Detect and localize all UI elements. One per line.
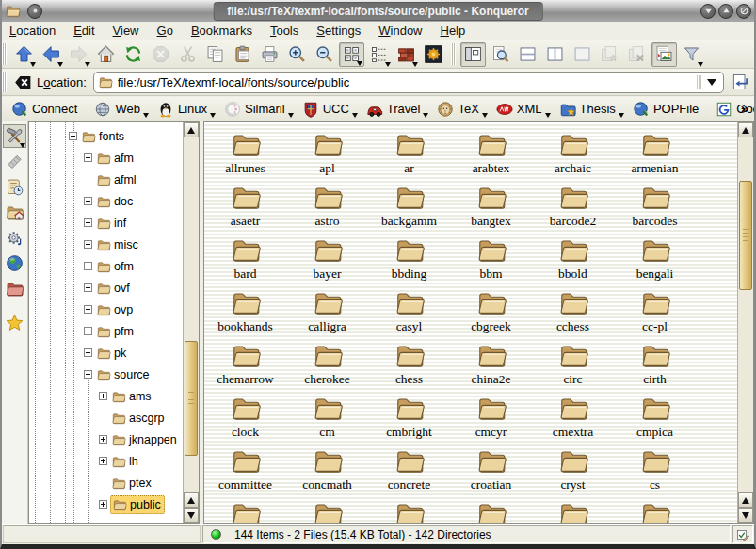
- expand-toggle[interactable]: [84, 218, 92, 227]
- folder-item-cirth[interactable]: cirth: [614, 339, 696, 392]
- folder-item-barcode2[interactable]: barcode2: [532, 181, 614, 234]
- folder-item-astro[interactable]: astro: [286, 181, 368, 234]
- main-scroll-up2-button[interactable]: [738, 492, 753, 508]
- folder-item-bangtex[interactable]: bangtex: [450, 181, 532, 234]
- folder-item-bbm[interactable]: bbm: [450, 234, 532, 286]
- tree-item-ovp[interactable]: ovp: [29, 299, 183, 320]
- bookmark-xml[interactable]: XML: [496, 101, 548, 118]
- folder-item-croatian[interactable]: croatian: [450, 444, 532, 497]
- folder-item-cs[interactable]: cs: [614, 444, 696, 497]
- location-dropdown-button[interactable]: [697, 75, 719, 89]
- folder-item-arabtex[interactable]: arabtex: [450, 128, 532, 181]
- history-button[interactable]: [3, 175, 26, 199]
- close-button[interactable]: [736, 4, 751, 19]
- folder-item-cc-pl[interactable]: cc-pl: [614, 286, 696, 339]
- expand-toggle[interactable]: [84, 305, 92, 314]
- tree-item-inf[interactable]: inf: [29, 212, 183, 234]
- tree-item-afm[interactable]: afm: [29, 147, 183, 169]
- bookmark-linux[interactable]: Linux: [157, 101, 213, 118]
- expand-toggle[interactable]: [84, 327, 92, 335]
- folder-item-bard[interactable]: bard: [204, 234, 286, 286]
- folder-item[interactable]: [614, 497, 696, 523]
- home-folder-button[interactable]: [3, 201, 26, 224]
- view-multicolumn-button[interactable]: [366, 42, 392, 67]
- expand-toggle[interactable]: [99, 392, 107, 400]
- folder-item-chess[interactable]: chess: [368, 339, 450, 392]
- tree-item-ams[interactable]: ams: [29, 385, 183, 407]
- folder-item-chemarrow[interactable]: chemarrow: [204, 339, 286, 392]
- tree-item-source[interactable]: source: [29, 363, 183, 385]
- bookmarks-star-button[interactable]: [3, 311, 26, 334]
- expand-toggle[interactable]: [99, 435, 107, 444]
- tree-item-ptex[interactable]: ptex: [29, 472, 183, 493]
- menu-window[interactable]: Window: [378, 24, 422, 38]
- folder-item-concmath[interactable]: concmath: [286, 444, 368, 497]
- bookmark-connect[interactable]: Connect: [11, 101, 83, 118]
- view-fsview-button[interactable]: [421, 42, 446, 67]
- split-left-right-button[interactable]: [542, 42, 568, 67]
- bookmark-thesis[interactable]: Thesis: [559, 101, 621, 118]
- view-bricks-button[interactable]: [394, 42, 419, 67]
- location-toolbar-grip[interactable]: [2, 72, 7, 92]
- menu-tools[interactable]: Tools: [270, 24, 298, 38]
- network-button[interactable]: [3, 251, 26, 275]
- main-scrollbar-thumb[interactable]: [739, 181, 752, 290]
- folder-item-circ[interactable]: circ: [532, 339, 614, 392]
- folder-item-cmextra[interactable]: cmextra: [532, 392, 614, 444]
- folder-item-concrete[interactable]: concrete: [368, 444, 450, 497]
- expand-toggle[interactable]: [84, 153, 92, 162]
- tree-item-ofm[interactable]: ofm: [29, 255, 183, 277]
- folder-item-armenian[interactable]: armenian: [614, 128, 696, 181]
- expand-toggle[interactable]: [99, 457, 107, 465]
- filter-button[interactable]: [679, 42, 704, 67]
- folder-item-bengali[interactable]: bengali: [614, 234, 696, 286]
- folder-item-barcodes[interactable]: barcodes: [614, 181, 696, 234]
- menu-settings[interactable]: Settings: [316, 24, 361, 38]
- tree-scroll-up-button[interactable]: [184, 122, 199, 137]
- tree-scrollbar[interactable]: [183, 122, 199, 523]
- menu-view[interactable]: View: [113, 24, 139, 38]
- preview-button[interactable]: [651, 42, 677, 67]
- folder-item-apl[interactable]: apl: [286, 128, 368, 181]
- minimize-button[interactable]: [700, 4, 716, 19]
- folder-item-cmpica[interactable]: cmpica: [614, 392, 696, 444]
- folder-item-ar[interactable]: ar: [368, 128, 450, 181]
- tree-item-jknappen[interactable]: jknappen: [29, 428, 183, 450]
- print-button[interactable]: [257, 42, 282, 67]
- copy-button[interactable]: [202, 42, 228, 67]
- tree-item-pfm[interactable]: pfm: [29, 320, 183, 342]
- folder-item-archaic[interactable]: archaic: [532, 128, 614, 181]
- tree-item-ascgrp[interactable]: ascgrp: [29, 407, 183, 428]
- tree-item-afml[interactable]: afml: [29, 169, 183, 190]
- location-input[interactable]: file:/usr/TeX/texmf-local/fonts/source/p…: [93, 72, 724, 93]
- tree-item-misc[interactable]: misc: [29, 234, 183, 255]
- clear-location-button[interactable]: [11, 70, 34, 94]
- tree-item-ovf[interactable]: ovf: [29, 277, 183, 299]
- zoom-out-button[interactable]: [312, 42, 337, 67]
- folder-item[interactable]: [286, 497, 368, 523]
- folder-item-bbding[interactable]: bbding: [368, 234, 450, 286]
- main-scrollbar[interactable]: [737, 122, 753, 523]
- folder-item-calligra[interactable]: calligra: [286, 286, 368, 339]
- menu-go[interactable]: Go: [157, 24, 173, 38]
- tree-item-doc[interactable]: doc: [29, 190, 183, 212]
- folder-item-casyl[interactable]: casyl: [368, 286, 450, 339]
- expand-toggle[interactable]: [84, 283, 92, 292]
- statusbar-settings-pane[interactable]: [732, 525, 753, 543]
- folder-item-bbold[interactable]: bbold: [532, 234, 614, 286]
- folder-item-committee[interactable]: committee: [204, 444, 286, 497]
- folder-item-cm[interactable]: cm: [286, 392, 368, 444]
- bookmark-ucc[interactable]: UCC: [302, 101, 355, 118]
- show-sidebar-button[interactable]: [460, 42, 486, 67]
- root-folder-button[interactable]: [3, 277, 26, 300]
- menu-help[interactable]: Help: [441, 24, 466, 38]
- expand-toggle[interactable]: [84, 240, 92, 249]
- toolbar-grip[interactable]: [2, 43, 7, 65]
- bookmark-overflow-chevron[interactable]: »: [741, 100, 748, 116]
- zoom-in-button[interactable]: [284, 42, 310, 67]
- bookmark-tex[interactable]: TeX: [437, 101, 484, 118]
- folder-item[interactable]: [450, 497, 532, 523]
- bookmark-web[interactable]: Web: [94, 101, 146, 118]
- collapse-toggle[interactable]: [84, 370, 92, 379]
- folder-item-backgamm[interactable]: backgamm: [368, 181, 450, 234]
